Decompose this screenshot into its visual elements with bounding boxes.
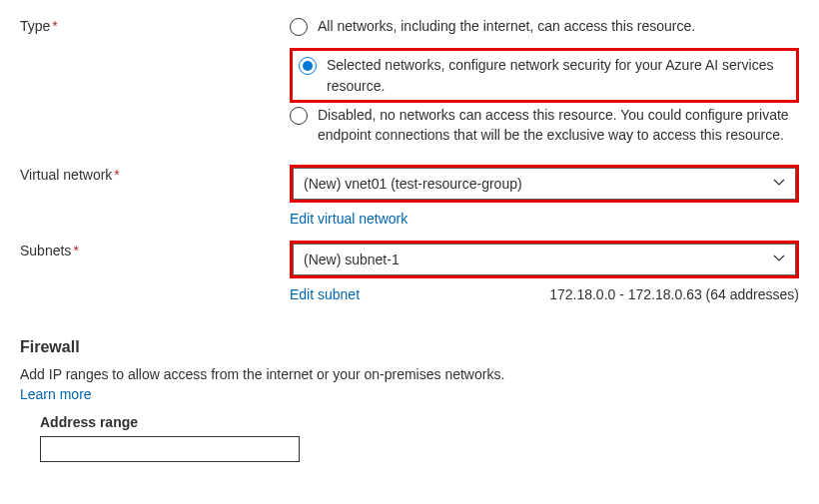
radio-all-label: All networks, including the internet, ca… xyxy=(318,16,695,36)
subnet-value: (New) subnet-1 xyxy=(304,252,400,267)
learn-more-link[interactable]: Learn more xyxy=(20,386,92,402)
vnet-dropdown[interactable]: (New) vnet01 (test-resource-group) xyxy=(293,168,796,200)
subnets-label: Subnets* xyxy=(20,241,290,258)
radio-all-networks[interactable]: All networks, including the internet, ca… xyxy=(290,16,799,36)
highlight-vnet: (New) vnet01 (test-resource-group) xyxy=(290,165,799,203)
vnet-label: Virtual network* xyxy=(20,165,290,183)
radio-checked-icon xyxy=(299,57,317,75)
radio-selected-networks[interactable]: Selected networks, configure network sec… xyxy=(299,55,790,96)
edit-vnet-link[interactable]: Edit virtual network xyxy=(290,211,408,227)
chevron-down-icon xyxy=(773,176,785,192)
radio-unchecked-icon xyxy=(290,18,308,36)
vnet-value: (New) vnet01 (test-resource-group) xyxy=(304,176,522,192)
firewall-description: Add IP ranges to allow access from the i… xyxy=(20,366,799,382)
edit-subnet-link[interactable]: Edit subnet xyxy=(290,286,360,302)
highlight-selected-networks: Selected networks, configure network sec… xyxy=(290,48,799,103)
radio-disabled-label: Disabled, no networks can access this re… xyxy=(318,105,799,146)
radio-disabled[interactable]: Disabled, no networks can access this re… xyxy=(290,105,799,146)
radio-selected-label: Selected networks, configure network sec… xyxy=(327,55,790,96)
type-label: Type* xyxy=(20,16,290,34)
highlight-subnet: (New) subnet-1 xyxy=(290,241,799,278)
address-range-header: Address range xyxy=(20,414,799,430)
chevron-down-icon xyxy=(773,252,785,267)
firewall-heading: Firewall xyxy=(20,338,799,356)
subnet-range-info: 172.18.0.0 - 172.18.0.63 (64 addresses) xyxy=(549,286,799,302)
subnet-dropdown[interactable]: (New) subnet-1 xyxy=(293,244,796,275)
address-range-input[interactable] xyxy=(40,436,300,462)
radio-unchecked-icon xyxy=(290,107,308,125)
